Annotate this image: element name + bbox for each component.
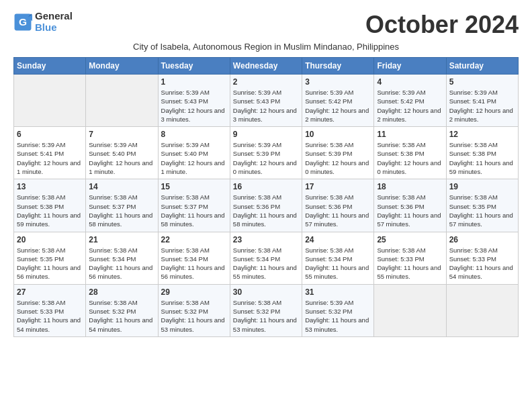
calendar-cell: 15Sunrise: 5:38 AM Sunset: 5:37 PM Dayli…: [158, 179, 230, 232]
calendar-week-row: 1Sunrise: 5:39 AM Sunset: 5:43 PM Daylig…: [14, 75, 519, 127]
calendar-week-row: 20Sunrise: 5:38 AM Sunset: 5:35 PM Dayli…: [14, 232, 519, 284]
day-info: Sunrise: 5:38 AM Sunset: 5:35 PM Dayligh…: [17, 246, 83, 281]
weekday-header: Tuesday: [158, 58, 230, 75]
day-number: 26: [449, 235, 515, 244]
day-info: Sunrise: 5:39 AM Sunset: 5:43 PM Dayligh…: [233, 88, 299, 124]
calendar-cell: 2Sunrise: 5:39 AM Sunset: 5:43 PM Daylig…: [230, 75, 302, 127]
calendar-cell: 20Sunrise: 5:38 AM Sunset: 5:35 PM Dayli…: [14, 232, 86, 284]
logo-icon: G: [13, 13, 32, 32]
calendar-cell: 18Sunrise: 5:38 AM Sunset: 5:36 PM Dayli…: [374, 179, 446, 232]
day-number: 10: [305, 130, 371, 139]
day-info: Sunrise: 5:38 AM Sunset: 5:32 PM Dayligh…: [89, 298, 154, 334]
day-number: 12: [449, 130, 515, 139]
day-info: Sunrise: 5:38 AM Sunset: 5:34 PM Dayligh…: [89, 246, 154, 281]
day-number: 1: [161, 77, 227, 87]
day-info: Sunrise: 5:39 AM Sunset: 5:42 PM Dayligh…: [305, 88, 371, 124]
subtitle: City of Isabela, Autonomous Region in Mu…: [13, 42, 519, 52]
calendar-cell: 8Sunrise: 5:39 AM Sunset: 5:40 PM Daylig…: [158, 127, 230, 179]
calendar-cell: 28Sunrise: 5:38 AM Sunset: 5:32 PM Dayli…: [86, 284, 158, 336]
day-number: 20: [17, 235, 83, 244]
day-info: Sunrise: 5:39 AM Sunset: 5:39 PM Dayligh…: [233, 140, 299, 176]
logo-line1: General: [35, 11, 73, 22]
calendar-cell: 3Sunrise: 5:39 AM Sunset: 5:42 PM Daylig…: [302, 75, 374, 127]
day-number: 16: [233, 182, 299, 191]
calendar-cell: 31Sunrise: 5:39 AM Sunset: 5:32 PM Dayli…: [302, 284, 374, 336]
day-info: Sunrise: 5:39 AM Sunset: 5:41 PM Dayligh…: [17, 140, 83, 176]
day-info: Sunrise: 5:38 AM Sunset: 5:37 PM Dayligh…: [89, 193, 154, 228]
day-number: 5: [449, 77, 515, 87]
calendar-table: SundayMondayTuesdayWednesdayThursdayFrid…: [13, 57, 519, 337]
weekday-header: Sunday: [14, 58, 86, 75]
day-number: 29: [161, 287, 227, 297]
day-info: Sunrise: 5:38 AM Sunset: 5:33 PM Dayligh…: [17, 298, 83, 334]
day-info: Sunrise: 5:38 AM Sunset: 5:32 PM Dayligh…: [161, 298, 227, 334]
calendar-cell: 5Sunrise: 5:39 AM Sunset: 5:41 PM Daylig…: [446, 75, 518, 127]
month-title: October 2024: [365, 11, 519, 39]
day-info: Sunrise: 5:39 AM Sunset: 5:41 PM Dayligh…: [449, 88, 515, 124]
calendar-cell: 6Sunrise: 5:39 AM Sunset: 5:41 PM Daylig…: [14, 127, 86, 179]
logo: G General Blue: [13, 11, 73, 33]
calendar-cell: 1Sunrise: 5:39 AM Sunset: 5:43 PM Daylig…: [158, 75, 230, 127]
day-number: 2: [233, 77, 299, 87]
day-info: Sunrise: 5:39 AM Sunset: 5:40 PM Dayligh…: [161, 140, 227, 176]
calendar-cell: 23Sunrise: 5:38 AM Sunset: 5:34 PM Dayli…: [230, 232, 302, 284]
day-number: 17: [305, 182, 371, 191]
logo-line2: Blue: [35, 22, 73, 34]
day-number: 22: [161, 235, 227, 244]
calendar-cell: [446, 284, 518, 336]
day-info: Sunrise: 5:39 AM Sunset: 5:42 PM Dayligh…: [377, 88, 443, 124]
day-number: 21: [89, 235, 154, 244]
calendar-cell: [374, 284, 446, 336]
day-info: Sunrise: 5:39 AM Sunset: 5:32 PM Dayligh…: [305, 298, 371, 334]
calendar-week-row: 6Sunrise: 5:39 AM Sunset: 5:41 PM Daylig…: [14, 127, 519, 179]
day-info: Sunrise: 5:39 AM Sunset: 5:43 PM Dayligh…: [161, 88, 227, 124]
weekday-header: Saturday: [446, 58, 518, 75]
day-number: 31: [305, 287, 371, 297]
calendar-cell: 30Sunrise: 5:38 AM Sunset: 5:32 PM Dayli…: [230, 284, 302, 336]
day-number: 25: [377, 235, 443, 244]
day-number: 4: [377, 77, 443, 87]
calendar-cell: 22Sunrise: 5:38 AM Sunset: 5:34 PM Dayli…: [158, 232, 230, 284]
calendar-cell: 9Sunrise: 5:39 AM Sunset: 5:39 PM Daylig…: [230, 127, 302, 179]
day-number: 14: [89, 182, 154, 191]
day-info: Sunrise: 5:38 AM Sunset: 5:36 PM Dayligh…: [233, 193, 299, 228]
day-number: 30: [233, 287, 299, 297]
calendar-cell: 4Sunrise: 5:39 AM Sunset: 5:42 PM Daylig…: [374, 75, 446, 127]
calendar-cell: [86, 75, 158, 127]
day-info: Sunrise: 5:38 AM Sunset: 5:36 PM Dayligh…: [377, 193, 443, 228]
day-number: 7: [89, 130, 154, 139]
day-number: 27: [17, 287, 83, 297]
day-number: 3: [305, 77, 371, 87]
day-info: Sunrise: 5:38 AM Sunset: 5:38 PM Dayligh…: [17, 193, 83, 228]
calendar-cell: 17Sunrise: 5:38 AM Sunset: 5:36 PM Dayli…: [302, 179, 374, 232]
day-info: Sunrise: 5:38 AM Sunset: 5:33 PM Dayligh…: [449, 246, 515, 281]
day-info: Sunrise: 5:38 AM Sunset: 5:38 PM Dayligh…: [377, 140, 443, 176]
day-number: 8: [161, 130, 227, 139]
header: G General Blue October 2024: [13, 11, 519, 39]
weekday-header-row: SundayMondayTuesdayWednesdayThursdayFrid…: [14, 58, 519, 75]
weekday-header: Wednesday: [230, 58, 302, 75]
day-info: Sunrise: 5:38 AM Sunset: 5:34 PM Dayligh…: [305, 246, 371, 281]
day-info: Sunrise: 5:38 AM Sunset: 5:33 PM Dayligh…: [377, 246, 443, 281]
day-info: Sunrise: 5:39 AM Sunset: 5:40 PM Dayligh…: [89, 140, 154, 176]
day-number: 15: [161, 182, 227, 191]
calendar-cell: 25Sunrise: 5:38 AM Sunset: 5:33 PM Dayli…: [374, 232, 446, 284]
calendar-cell: 24Sunrise: 5:38 AM Sunset: 5:34 PM Dayli…: [302, 232, 374, 284]
weekday-header: Thursday: [302, 58, 374, 75]
day-number: 28: [89, 287, 154, 297]
day-info: Sunrise: 5:38 AM Sunset: 5:32 PM Dayligh…: [233, 298, 299, 334]
day-info: Sunrise: 5:38 AM Sunset: 5:37 PM Dayligh…: [161, 193, 227, 228]
day-info: Sunrise: 5:38 AM Sunset: 5:34 PM Dayligh…: [233, 246, 299, 281]
day-number: 18: [377, 182, 443, 191]
day-info: Sunrise: 5:38 AM Sunset: 5:35 PM Dayligh…: [449, 193, 515, 228]
calendar-cell: 26Sunrise: 5:38 AM Sunset: 5:33 PM Dayli…: [446, 232, 518, 284]
calendar-cell: 29Sunrise: 5:38 AM Sunset: 5:32 PM Dayli…: [158, 284, 230, 336]
day-info: Sunrise: 5:38 AM Sunset: 5:39 PM Dayligh…: [305, 140, 371, 176]
calendar-cell: 10Sunrise: 5:38 AM Sunset: 5:39 PM Dayli…: [302, 127, 374, 179]
calendar-cell: 16Sunrise: 5:38 AM Sunset: 5:36 PM Dayli…: [230, 179, 302, 232]
calendar-cell: 11Sunrise: 5:38 AM Sunset: 5:38 PM Dayli…: [374, 127, 446, 179]
svg-text:G: G: [19, 15, 27, 27]
calendar-cell: [14, 75, 86, 127]
day-number: 9: [233, 130, 299, 139]
calendar-week-row: 13Sunrise: 5:38 AM Sunset: 5:38 PM Dayli…: [14, 179, 519, 232]
